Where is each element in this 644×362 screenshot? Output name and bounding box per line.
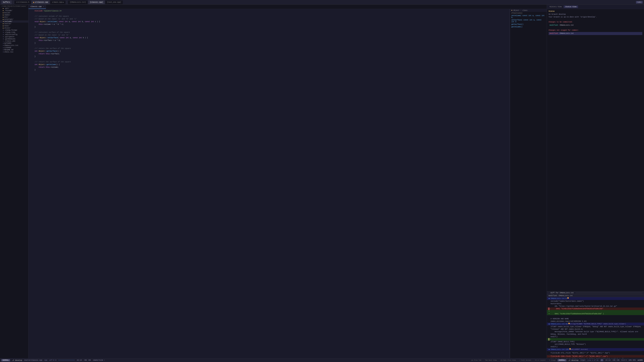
tab-classic-h[interactable]: i/c/classic.h	[14, 0, 31, 4]
diff-modified-line: modified: CMakeLists.txt	[547, 295, 644, 297]
sidebar-item-cmake[interactable]: ▶ cmake/	[0, 14, 28, 16]
diff-line-del-code: - file(GLOB CODE_FILES "${SRC_SRC}/*.c" …	[547, 355, 644, 358]
sidebar-item-shell[interactable]: ≡ shell.nix	[0, 51, 28, 53]
sidebar: ~/CODE/PROJECTS/OTHER/cmake/ ▶ .git/ ▶ .…	[0, 5, 28, 358]
main-layout: ~/CODE/PROJECTS/OTHER/cmake/ ▶ .git/ ▶ .…	[0, 5, 644, 358]
sidebar-item-build[interactable]: ▶ build/	[0, 12, 28, 14]
right-coords: 22:13	[606, 359, 610, 361]
tab-buffers[interactable]: buffers	[1, 0, 12, 4]
sidebar-item-gitmodules[interactable]: ≡ .gitmodules	[0, 38, 28, 40]
sidebar-item-utils[interactable]: ▶ utils/	[0, 27, 28, 29]
outline-fn-setsurface[interactable]: setSurface( const int a, const int b	[510, 19, 547, 23]
folder-icon-source: ▶	[3, 23, 4, 25]
right-percent: 10% 35%	[628, 359, 636, 361]
outline-functions-section: [functions]	[510, 12, 547, 14]
add-marker-1	[548, 338, 549, 341]
code-line-close4: }	[28, 69, 510, 71]
right-nav-hints: gi Prev Tab Tab Next View <S-Tab> Prev V…	[472, 360, 556, 361]
sidebar-utils-label: utils/	[4, 27, 10, 29]
tab-classic-cpp-label: s/classic.cpp	[35, 1, 48, 3]
file-icon-shell: ≡	[3, 51, 4, 53]
diff-line-ctx-1: include("cmake/HunterGate.cmake")	[547, 300, 644, 303]
unstaged-title: Changes not staged for commit:	[548, 29, 642, 32]
sidebar-item-editorconfig[interactable]: ≡ .editorconfig	[0, 33, 28, 36]
sidebar-build-label: build/	[4, 12, 10, 14]
right-panel: History View Status View Status On branc…	[547, 5, 644, 358]
sidebar-shell-label: shell.nix	[4, 51, 13, 53]
sidebar-item-etc[interactable]: ▶ etc/	[0, 16, 28, 18]
folder-icon-external: ▶	[3, 18, 4, 20]
sidebar-etc-label: etc/	[4, 16, 8, 18]
folder-icon-build: ▶	[3, 12, 4, 14]
code-line-fn3: int Object::getSurface() {	[28, 50, 510, 53]
sidebar-item-external[interactable]: ▶ external/	[0, 18, 28, 20]
sidebar-item-vscode[interactable]: ▶ .vscode/	[0, 9, 28, 12]
sidebar-item-clang-tidy[interactable]: ≡ .clang-tidy	[0, 31, 28, 33]
right-git-nav: 4/git	[580, 359, 586, 361]
right-tab-status[interactable]: Status View	[564, 5, 578, 8]
sidebar-item-git[interactable]: ▶ .git/	[0, 7, 28, 9]
code-line-cmt1: /// calculate volume of the square	[28, 15, 510, 18]
diff-line-if-cmake: if(NOT CMAKE_BUILD_TYPE)	[547, 341, 644, 343]
right-git-count: 8	[600, 359, 604, 361]
diff-file-title: Diff for CMakeLists.txt	[550, 292, 574, 294]
code-line-close3: }	[28, 55, 510, 58]
tab-classic-h-label: i/c/classic.h	[16, 1, 29, 3]
diff-line-blank	[547, 315, 644, 318]
editor-tab-classic-cpp[interactable]: classic.cpp ✕	[28, 5, 46, 9]
tab-classic-bracket[interactable]: [classic.cpp]	[88, 0, 105, 4]
outline-fn-setvolume[interactable]: setVolume( const int a, const int b,	[510, 14, 547, 19]
sync-line: Your branch is up-to-date with 'origin/d…	[548, 16, 642, 18]
sidebar-item-source[interactable]: ▶ source/	[0, 23, 28, 25]
sidebar-item-license[interactable]: ⚖ LICENSE	[0, 46, 28, 49]
line-info: Line 1 of 66	[588, 360, 598, 361]
outline-class-name: Object : class	[513, 9, 528, 11]
tabs-group-label[interactable]: tabs	[636, 1, 643, 3]
file-icon-editorconfig: ≡	[3, 34, 4, 35]
diff-hunk-1: ■ CMakeLists.txt:8	[547, 297, 644, 300]
git-stats-left: +0k +0k	[84, 359, 91, 361]
tab-classic-cpp[interactable]: s/classic.cpp	[32, 0, 50, 4]
diff-line-set-release: set(CMAKE_BUILD_TYPE "Release")	[547, 343, 644, 346]
close-icon[interactable]: ✕	[43, 6, 44, 7]
code-line-cmt4: /// based on the input 'a' and 'b'	[28, 34, 510, 36]
sidebar-root-path: ~/CODE/PROJECTS/OTHER/cmake/	[0, 5, 28, 7]
sidebar-readme-label: README.md	[4, 49, 13, 51]
sidebar-include-label: include/	[4, 21, 12, 22]
code-line-body3: return this->surface;	[28, 53, 510, 55]
code-line-body2: this->surface = a * b;	[28, 39, 510, 42]
diff-line-cmake-min: cmake_minimum_required(VERSION 3.10)	[547, 320, 644, 323]
outline-header: ▼ Object : class	[510, 9, 547, 12]
diff-separator-1	[548, 351, 642, 352]
code-line-cmt5: /// return the surface of the square	[28, 47, 510, 50]
diff-line-add-empty: +	[547, 310, 644, 313]
sidebar-item-authors[interactable]: ≡ AUTHORS	[0, 42, 28, 44]
top-bar: buffers │ i/c/classic.h s/classic.cpp s/…	[0, 0, 644, 5]
right-git-stats: +0k +0k	[612, 359, 620, 361]
sidebar-item-clang-format[interactable]: ≡ .clang-format	[0, 29, 28, 31]
staged-file-0: modified: CMakeLists.txt	[548, 24, 642, 27]
code-view: #include <cplate/classic.h> /// calculat…	[28, 9, 547, 358]
tab-test-one[interactable]: [test_one.cpp]	[105, 0, 123, 4]
sidebar-item-cmakelists[interactable]: ≡ CMakeLists.txt	[0, 44, 28, 46]
outline-fn-getvolume[interactable]: getVolume()	[510, 26, 547, 28]
sidebar-item-test[interactable]: ▶ test/	[0, 25, 28, 27]
sidebar-item-readme[interactable]: ≡ README.md	[0, 49, 28, 51]
sidebar-item-travis[interactable]: ○ .travis.yml	[0, 40, 28, 42]
diff-hunk-2: ■ CMakeLists.txt:58 string(TOLOWER "${CM…	[547, 323, 644, 326]
sidebar-git-label: .git/	[4, 7, 9, 9]
tab-main-cpp[interactable]: s/main.cpp ▶	[50, 0, 65, 4]
file-icon-cmakelists: ≡	[3, 45, 4, 46]
right-tab-history[interactable]: History View	[548, 5, 563, 8]
file-icon-travis: ○	[3, 40, 4, 42]
tab-cmakelists-bracket[interactable]: [CMakeLists.txt]	[68, 0, 88, 4]
outline-fn-getsurface[interactable]: getSurface()	[510, 23, 547, 26]
right-branch: ⎇ develop	[568, 359, 578, 361]
sidebar-item-include[interactable]: ▼ include/	[0, 20, 28, 23]
progress-indicator: ••••••••••••••	[58, 359, 75, 361]
code-line-blank4	[28, 58, 510, 61]
sidebar-item-gitignore[interactable]: ≡ .gitignore	[0, 36, 28, 38]
tab-modified-dot	[33, 2, 34, 3]
file-encoding: utf-8 8	[49, 359, 56, 361]
sidebar-travis-label: .travis.yml	[4, 40, 15, 42]
